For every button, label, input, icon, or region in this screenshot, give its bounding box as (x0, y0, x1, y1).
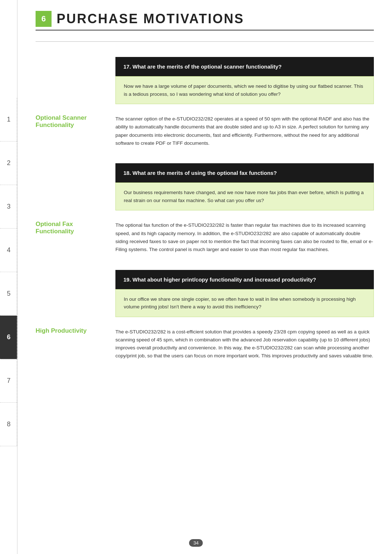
section-3-left (36, 261, 108, 324)
productivity-heading-col: High Productivity (36, 324, 108, 368)
section-3-layout: 19. What about higher print/copy functio… (36, 261, 374, 324)
section-2-left (36, 155, 108, 217)
sidebar-num-5: 5 (0, 272, 17, 316)
sidebar-num-2: 2 (0, 141, 17, 185)
question-17-text: 17. What are the merits of the optional … (123, 63, 366, 70)
section-2-right: 18. What are the merits of using the opt… (115, 155, 374, 217)
sidebar-num-6: 6 (0, 316, 17, 359)
chapter-number: 6 (41, 14, 46, 24)
answer-box-19: In our office we share one single copier… (115, 289, 374, 317)
sidebar-num-7: 7 (0, 359, 17, 403)
section-1-left (36, 48, 108, 111)
section-1-body-layout: Optional Scanner Functionality The scann… (36, 111, 374, 155)
sidebar-num-8: 8 (0, 403, 17, 446)
question-18-text: 18. What are the merits of using the opt… (123, 169, 366, 177)
answer-17-text: Now we have a large volume of paper docu… (124, 82, 366, 98)
answer-18-text: Our business requirements have changed, … (124, 189, 366, 204)
section-3-body-layout: High Productivity The e-STUDIO232/282 is… (36, 324, 374, 368)
question-19-text: 19. What about higher print/copy functio… (123, 276, 366, 283)
section-1-layout: 17. What are the merits of the optional … (36, 48, 374, 111)
page-number: 34 (189, 539, 203, 547)
chapter-title: Purchase Motivations (57, 11, 244, 26)
sidebar-num-3: 3 (0, 185, 17, 229)
fax-heading-col: Optional Fax Functionality (36, 217, 108, 261)
productivity-body-col: The e-STUDIO232/282 is a cost-efficient … (115, 324, 374, 368)
fax-body-col: The optional fax function of the e-STUDI… (115, 217, 374, 261)
sidebar: 1 2 3 4 5 6 7 8 (0, 0, 17, 554)
question-box-19: 19. What about higher print/copy functio… (115, 270, 374, 289)
fax-body-text: The optional fax function of the e-STUDI… (115, 221, 374, 254)
answer-box-18: Our business requirements have changed, … (115, 182, 374, 210)
sidebar-numbers: 1 2 3 4 5 6 7 8 (0, 98, 17, 446)
sidebar-num-1: 1 (0, 98, 17, 141)
high-productivity-heading: High Productivity (36, 327, 108, 335)
main-content: 6 Purchase Motivations 17. What are the … (17, 0, 392, 389)
sidebar-num-4: 4 (0, 229, 17, 272)
chapter-number-box: 6 (36, 11, 52, 27)
top-divider (36, 41, 374, 42)
answer-box-17: Now we have a large volume of paper docu… (115, 76, 374, 104)
section-2-layout: 18. What are the merits of using the opt… (36, 155, 374, 217)
optional-scanner-heading: Optional Scanner Functionality (36, 114, 108, 129)
scanner-body-text: The scanner option of the e-STUDIO232/28… (115, 115, 374, 147)
question-box-17: 17. What are the merits of the optional … (115, 57, 374, 76)
question-box-18: 18. What are the merits of using the opt… (115, 163, 374, 182)
optional-fax-heading: Optional Fax Functionality (36, 221, 108, 235)
scanner-body-col: The scanner option of the e-STUDIO232/28… (115, 111, 374, 155)
section-1-right: 17. What are the merits of the optional … (115, 48, 374, 111)
answer-19-text: In our office we share one single copier… (124, 295, 366, 311)
productivity-body-text: The e-STUDIO232/282 is a cost-efficient … (115, 328, 374, 360)
scanner-heading-col: Optional Scanner Functionality (36, 111, 108, 155)
page-header: 6 Purchase Motivations (36, 11, 374, 30)
section-3-right: 19. What about higher print/copy functio… (115, 261, 374, 324)
section-2-body-layout: Optional Fax Functionality The optional … (36, 217, 374, 261)
